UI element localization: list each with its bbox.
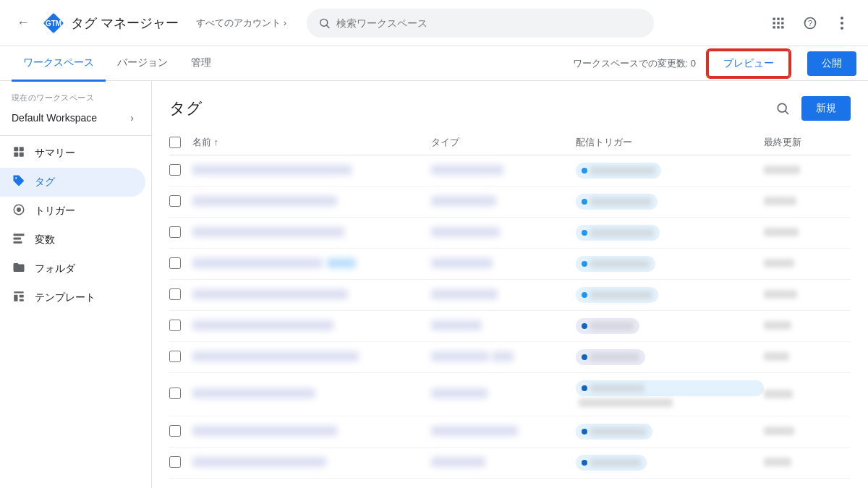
row-type [431,457,576,469]
summary-icon [12,145,26,161]
svg-rect-4 [773,17,775,20]
table-row[interactable] [169,373,851,416]
row-name [192,320,431,333]
row-type [431,227,576,239]
table-search-button[interactable] [770,95,796,121]
svg-rect-19 [20,147,24,151]
sidebar-item-triggers[interactable]: トリガー [0,197,145,226]
search-table-icon [775,101,790,116]
row-name [192,227,431,239]
svg-rect-18 [14,147,18,151]
variable-icon [12,232,26,248]
logo-area: GTM タグ マネージャー [43,13,179,33]
search-box[interactable] [307,9,654,38]
table-row[interactable] [169,155,851,187]
svg-line-3 [327,25,329,27]
svg-line-33 [786,111,788,114]
new-tag-button[interactable]: 新規 [801,96,851,121]
table-row[interactable] [169,416,851,448]
sidebar-item-templates[interactable]: テンプレート [0,283,145,312]
row-date [764,426,851,437]
row-checkbox[interactable] [169,164,192,178]
preview-button[interactable]: プレビュー [707,50,790,77]
sidebar-item-summary[interactable]: サマリー [0,139,145,168]
table-row[interactable] [169,249,851,280]
workspace-selector[interactable]: Default Workspace › [0,106,145,129]
help-button[interactable]: ? [796,9,825,38]
header-date-col: 最終更新 [764,136,851,149]
sidebar-item-folders[interactable]: フォルダ [0,254,145,283]
row-type [431,196,576,208]
more-icon [841,16,843,30]
svg-rect-11 [777,26,779,28]
row-date [764,389,851,401]
table-row[interactable] [169,218,851,249]
select-all-checkbox[interactable] [169,137,181,148]
apps-icon [771,16,786,30]
row-checkbox[interactable] [169,257,192,271]
main-layout: 現在のワークスペース Default Workspace › サマリー タグ ト… [0,81,868,488]
svg-rect-9 [781,22,783,24]
svg-point-15 [841,17,843,20]
tags-table: 名前 ↑ タイプ 配信トリガー 最終更新 [152,130,868,479]
account-breadcrumb[interactable]: すべてのアカウント › [196,17,286,30]
table-row[interactable] [169,448,851,479]
content-header: タグ 新規 [152,81,868,130]
svg-rect-20 [14,153,18,157]
page-title: タグ [169,98,203,119]
folder-icon [12,261,26,277]
row-checkbox[interactable] [169,425,192,439]
more-options-button[interactable] [827,9,856,38]
row-checkbox[interactable] [169,456,192,470]
help-icon: ? [803,16,817,30]
svg-rect-8 [777,22,779,24]
header-type-col: タイプ [431,136,576,149]
row-trigger [576,287,764,303]
search-input[interactable] [336,17,642,29]
svg-rect-5 [777,17,779,20]
apps-button[interactable] [764,9,793,38]
row-trigger [576,256,764,272]
tag-icon [12,174,26,190]
row-type [431,426,576,438]
row-checkbox[interactable] [169,388,192,401]
table-row[interactable] [169,187,851,218]
svg-rect-27 [14,241,22,244]
gtm-logo-icon: GTM [43,13,64,33]
app-title: タグ マネージャー [71,14,179,32]
content-area: タグ 新規 名前 ↑ [152,81,868,488]
workspace-section-header: 現在のワークスペース [0,87,151,106]
row-type [431,320,576,333]
svg-text:?: ? [808,19,812,27]
sidebar: 現在のワークスペース Default Workspace › サマリー タグ ト… [0,81,152,488]
row-name [192,258,431,270]
row-checkbox[interactable] [169,195,192,209]
tab-admin[interactable]: 管理 [179,47,223,82]
table-row[interactable] [169,280,851,311]
row-type [431,289,576,301]
tab-workspace[interactable]: ワークスペース [12,47,106,82]
row-name [192,426,431,438]
table-row[interactable] [169,342,851,373]
sidebar-item-variables[interactable]: 変数 [0,226,145,254]
row-checkbox[interactable] [169,226,192,240]
row-checkbox[interactable] [169,320,192,333]
svg-rect-28 [14,291,24,293]
row-trigger [576,163,764,179]
table-row[interactable] [169,311,851,342]
svg-rect-31 [20,299,24,301]
row-date [764,165,851,176]
row-trigger [576,194,764,210]
publish-button[interactable]: 公開 [807,51,856,76]
sidebar-item-tags[interactable]: タグ [0,168,145,197]
change-count-area: ワークスペースでの変更数: 0 プレビュー 公開 [573,50,856,77]
tab-version[interactable]: バージョン [106,47,179,82]
row-date [764,320,851,332]
back-button[interactable]: ← [12,12,35,35]
trigger-icon [12,203,26,219]
row-checkbox[interactable] [169,351,192,364]
template-icon [12,290,26,306]
svg-rect-10 [773,26,775,28]
row-trigger [576,424,764,440]
row-checkbox[interactable] [169,288,192,302]
